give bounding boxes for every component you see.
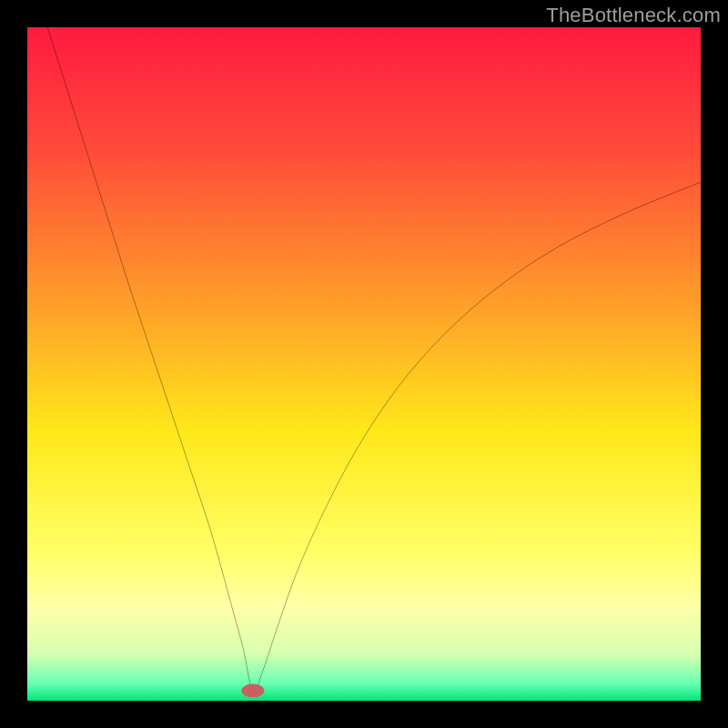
chart-container: TheBottleneck.com bbox=[0, 0, 728, 728]
watermark-text: TheBottleneck.com bbox=[546, 4, 721, 27]
minimum-marker bbox=[241, 684, 264, 698]
gradient-background bbox=[27, 27, 701, 701]
bottleneck-chart bbox=[27, 27, 701, 701]
